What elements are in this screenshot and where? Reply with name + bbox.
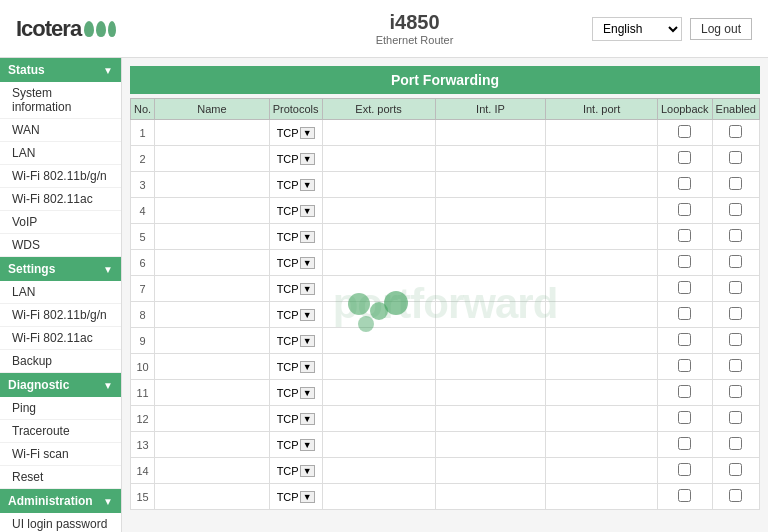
cell-int-port[interactable] <box>546 406 658 432</box>
cell-name[interactable] <box>155 172 270 198</box>
cell-protocol[interactable]: TCP▼ <box>269 406 322 432</box>
ext-ports-input[interactable] <box>327 309 431 321</box>
cell-int-ip[interactable] <box>435 380 546 406</box>
cell-protocol[interactable]: TCP▼ <box>269 458 322 484</box>
cell-loopback[interactable] <box>657 354 712 380</box>
int-port-input[interactable] <box>550 413 653 425</box>
int-port-input[interactable] <box>550 153 653 165</box>
cell-enabled[interactable] <box>712 172 759 198</box>
sidebar-item-ping[interactable]: Ping <box>0 397 121 420</box>
name-input[interactable] <box>159 361 264 373</box>
name-input[interactable] <box>159 465 264 477</box>
cell-ext-ports[interactable] <box>322 380 435 406</box>
cell-loopback[interactable] <box>657 276 712 302</box>
loopback-checkbox[interactable] <box>678 203 691 216</box>
name-input[interactable] <box>159 491 264 503</box>
name-input[interactable] <box>159 413 264 425</box>
loopback-checkbox[interactable] <box>678 229 691 242</box>
cell-int-port[interactable] <box>546 276 658 302</box>
cell-enabled[interactable] <box>712 250 759 276</box>
cell-int-port[interactable] <box>546 328 658 354</box>
int-ip-input[interactable] <box>440 257 542 269</box>
protocol-dropdown-arrow[interactable]: ▼ <box>300 387 315 399</box>
loopback-checkbox[interactable] <box>678 281 691 294</box>
loopback-checkbox[interactable] <box>678 255 691 268</box>
cell-int-port[interactable] <box>546 146 658 172</box>
cell-name[interactable] <box>155 250 270 276</box>
int-ip-input[interactable] <box>440 413 542 425</box>
sidebar-item-wifi-scan[interactable]: Wi-Fi scan <box>0 443 121 466</box>
cell-loopback[interactable] <box>657 172 712 198</box>
sidebar-section-status[interactable]: Status ▼ <box>0 58 121 82</box>
int-port-input[interactable] <box>550 491 653 503</box>
name-input[interactable] <box>159 257 264 269</box>
ext-ports-input[interactable] <box>327 231 431 243</box>
cell-enabled[interactable] <box>712 120 759 146</box>
cell-int-port[interactable] <box>546 250 658 276</box>
sidebar-item-wifi-bg[interactable]: Wi-Fi 802.11b/g/n <box>0 165 121 188</box>
protocol-dropdown-arrow[interactable]: ▼ <box>300 283 315 295</box>
cell-enabled[interactable] <box>712 224 759 250</box>
int-port-input[interactable] <box>550 231 653 243</box>
cell-loopback[interactable] <box>657 224 712 250</box>
cell-name[interactable] <box>155 354 270 380</box>
sidebar-item-lan-settings[interactable]: LAN <box>0 281 121 304</box>
protocol-dropdown-arrow[interactable]: ▼ <box>300 335 315 347</box>
loopback-checkbox[interactable] <box>678 411 691 424</box>
int-port-input[interactable] <box>550 179 653 191</box>
protocol-dropdown-arrow[interactable]: ▼ <box>300 153 315 165</box>
enabled-checkbox[interactable] <box>729 281 742 294</box>
protocol-dropdown-arrow[interactable]: ▼ <box>300 257 315 269</box>
cell-int-port[interactable] <box>546 354 658 380</box>
cell-loopback[interactable] <box>657 458 712 484</box>
int-ip-input[interactable] <box>440 231 542 243</box>
cell-ext-ports[interactable] <box>322 224 435 250</box>
ext-ports-input[interactable] <box>327 465 431 477</box>
int-port-input[interactable] <box>550 127 653 139</box>
enabled-checkbox[interactable] <box>729 151 742 164</box>
enabled-checkbox[interactable] <box>729 229 742 242</box>
cell-protocol[interactable]: TCP▼ <box>269 354 322 380</box>
int-port-input[interactable] <box>550 361 653 373</box>
protocol-dropdown-arrow[interactable]: ▼ <box>300 205 315 217</box>
name-input[interactable] <box>159 205 264 217</box>
loopback-checkbox[interactable] <box>678 437 691 450</box>
cell-int-ip[interactable] <box>435 224 546 250</box>
cell-protocol[interactable]: TCP▼ <box>269 172 322 198</box>
cell-name[interactable] <box>155 276 270 302</box>
sidebar-item-traceroute[interactable]: Traceroute <box>0 420 121 443</box>
cell-int-ip[interactable] <box>435 302 546 328</box>
sidebar-section-settings[interactable]: Settings ▼ <box>0 257 121 281</box>
int-port-input[interactable] <box>550 465 653 477</box>
sidebar-item-backup[interactable]: Backup <box>0 350 121 373</box>
cell-int-ip[interactable] <box>435 172 546 198</box>
int-port-input[interactable] <box>550 205 653 217</box>
cell-loopback[interactable] <box>657 120 712 146</box>
cell-loopback[interactable] <box>657 146 712 172</box>
sidebar-item-voip[interactable]: VoIP <box>0 211 121 234</box>
name-input[interactable] <box>159 179 264 191</box>
int-ip-input[interactable] <box>440 335 542 347</box>
cell-int-port[interactable] <box>546 172 658 198</box>
int-port-input[interactable] <box>550 283 653 295</box>
cell-ext-ports[interactable] <box>322 250 435 276</box>
cell-int-ip[interactable] <box>435 406 546 432</box>
loopback-checkbox[interactable] <box>678 177 691 190</box>
cell-int-ip[interactable] <box>435 354 546 380</box>
cell-loopback[interactable] <box>657 484 712 510</box>
int-ip-input[interactable] <box>440 153 542 165</box>
int-ip-input[interactable] <box>440 309 542 321</box>
cell-protocol[interactable]: TCP▼ <box>269 380 322 406</box>
enabled-checkbox[interactable] <box>729 333 742 346</box>
cell-int-ip[interactable] <box>435 198 546 224</box>
cell-int-ip[interactable] <box>435 458 546 484</box>
sidebar-item-ui-login-password[interactable]: UI login password <box>0 513 121 532</box>
loopback-checkbox[interactable] <box>678 333 691 346</box>
cell-loopback[interactable] <box>657 406 712 432</box>
cell-enabled[interactable] <box>712 484 759 510</box>
cell-int-port[interactable] <box>546 484 658 510</box>
language-select[interactable]: English Danish German French Spanish <box>592 17 682 41</box>
cell-ext-ports[interactable] <box>322 354 435 380</box>
cell-int-port[interactable] <box>546 432 658 458</box>
cell-enabled[interactable] <box>712 276 759 302</box>
